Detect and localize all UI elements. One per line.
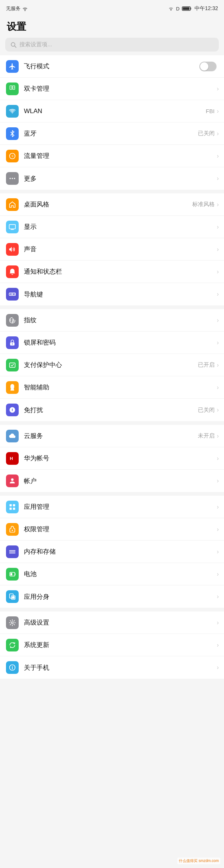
huawei-id-label: 华为帐号 (24, 454, 217, 463)
dnd-label: 免打扰 (24, 406, 198, 414)
battery-icon (6, 568, 19, 581)
settings-row-home[interactable]: 桌面风格标准风格› (0, 193, 224, 216)
battery-icon (182, 6, 192, 11)
accounts-label: 帐户 (24, 477, 217, 485)
display-chevron: › (217, 224, 219, 230)
settings-row-update[interactable]: 系统更新› (0, 634, 224, 656)
svg-rect-3 (190, 8, 191, 10)
svg-rect-16 (9, 224, 16, 229)
svg-point-33 (12, 529, 13, 531)
permissions-label: 权限管理 (24, 525, 217, 533)
data-icon: ① (6, 150, 19, 162)
settings-row-data[interactable]: ①流量管理› (0, 145, 224, 167)
navkey-label: 导航键 (24, 290, 217, 299)
fingerprint-icon (6, 314, 19, 327)
settings-row-about[interactable]: 关于手机› (0, 656, 224, 679)
more-chevron: › (217, 175, 219, 182)
settings-row-navkey[interactable]: 导航键› (0, 283, 224, 305)
settings-row-clone-app[interactable]: 应用分身› (0, 585, 224, 608)
display-label: 显示 (24, 223, 217, 231)
svg-rect-32 (13, 507, 15, 510)
settings-row-cloud[interactable]: 云服务未开启› (0, 425, 224, 447)
svg-rect-21 (12, 293, 13, 295)
sound-icon (6, 243, 19, 256)
settings-row-permissions[interactable]: 权限管理› (0, 518, 224, 541)
app-manage-icon (6, 501, 19, 513)
dnd-chevron: › (217, 407, 219, 413)
settings-row-storage[interactable]: 内存和存储› (0, 541, 224, 563)
settings-row-lockscreen[interactable]: 锁屏和密码› (0, 332, 224, 354)
update-label: 系统更新 (24, 641, 217, 649)
accounts-icon (6, 475, 19, 487)
storage-icon (6, 545, 19, 558)
settings-row-notification[interactable]: 通知和状态栏› (0, 261, 224, 283)
svg-point-1 (170, 10, 171, 10)
svg-text:1: 1 (10, 86, 12, 89)
dual-sim-icon: 12 (6, 83, 19, 95)
svg-point-25 (12, 343, 13, 345)
bluetooth-icon (6, 127, 19, 140)
wlan-icon (6, 105, 19, 118)
navkey-icon (6, 288, 19, 301)
home-icon (6, 198, 19, 211)
dnd-value: 已关闭 (198, 407, 215, 414)
settings-row-bluetooth[interactable]: 蓝牙已关闭› (0, 122, 224, 145)
app-manage-label: 应用管理 (24, 503, 217, 511)
time-display: 中午12:32 (195, 5, 218, 12)
settings-row-payment[interactable]: 支付保护中心已开启› (0, 354, 224, 376)
payment-chevron: › (217, 362, 219, 368)
svg-point-43 (12, 622, 13, 623)
cloud-value: 未开启 (198, 432, 215, 439)
settings-row-advanced[interactable]: 高级设置› (0, 612, 224, 634)
svg-rect-42 (12, 596, 15, 599)
settings-row-accounts[interactable]: 帐户› (0, 470, 224, 492)
settings-row-dnd[interactable]: 免打扰已关闭› (0, 399, 224, 421)
svg-rect-38 (15, 573, 16, 575)
settings-row-huawei-id[interactable]: H华为帐号› (0, 447, 224, 470)
settings-row-airplane[interactable]: 飞行模式 (0, 55, 224, 78)
settings-row-battery[interactable]: 电池› (0, 563, 224, 585)
svg-point-0 (25, 10, 26, 11)
wifi-icon (168, 6, 174, 11)
clone-app-chevron: › (217, 593, 219, 600)
permissions-chevron: › (217, 526, 219, 533)
svg-point-22 (14, 294, 15, 295)
search-bar[interactable]: 搜索设置项... (5, 38, 219, 52)
about-chevron: › (217, 664, 219, 671)
settings-row-display[interactable]: 显示› (0, 216, 224, 238)
carrier-text: 无服务 (6, 5, 21, 12)
dual-sim-label: 双卡管理 (24, 84, 217, 93)
section-display: 桌面风格标准风格›显示›声音›通知和状态栏›导航键› (0, 193, 224, 305)
section-account: 云服务未开启›H华为帐号›帐户› (0, 425, 224, 492)
svg-rect-26 (10, 363, 15, 367)
settings-row-sound[interactable]: 声音› (0, 238, 224, 261)
lockscreen-label: 锁屏和密码 (24, 338, 217, 347)
lockscreen-icon (6, 336, 19, 349)
svg-point-14 (12, 178, 13, 179)
sound-label: 声音 (24, 245, 217, 253)
settings-row-more[interactable]: 更多› (0, 167, 224, 190)
status-right: D 中午12:32 (168, 5, 218, 12)
home-value: 标准风格 (192, 201, 215, 208)
advanced-label: 高级设置 (24, 618, 217, 627)
notification-chevron: › (217, 268, 219, 275)
airplane-icon (6, 60, 19, 73)
settings-row-wlan[interactable]: WLANFBI› (0, 100, 224, 122)
data-chevron: › (217, 153, 219, 159)
settings-row-app-manage[interactable]: 应用管理› (0, 496, 224, 518)
app-manage-chevron: › (217, 504, 219, 510)
settings-row-dual-sim[interactable]: 12双卡管理› (0, 78, 224, 100)
storage-chevron: › (217, 548, 219, 555)
svg-point-15 (14, 178, 15, 179)
lockscreen-chevron: › (217, 339, 219, 346)
settings-row-fingerprint[interactable]: 指纹› (0, 309, 224, 332)
settings-row-assistant[interactable]: 智能辅助› (0, 376, 224, 399)
bluetooth-chevron: › (217, 130, 219, 137)
huawei-id-icon: H (6, 452, 19, 465)
fingerprint-chevron: › (217, 317, 219, 324)
assistant-chevron: › (217, 384, 219, 391)
permissions-icon (6, 523, 19, 536)
airplane-toggle[interactable] (199, 62, 217, 71)
update-chevron: › (217, 642, 219, 648)
assistant-icon (6, 381, 19, 394)
